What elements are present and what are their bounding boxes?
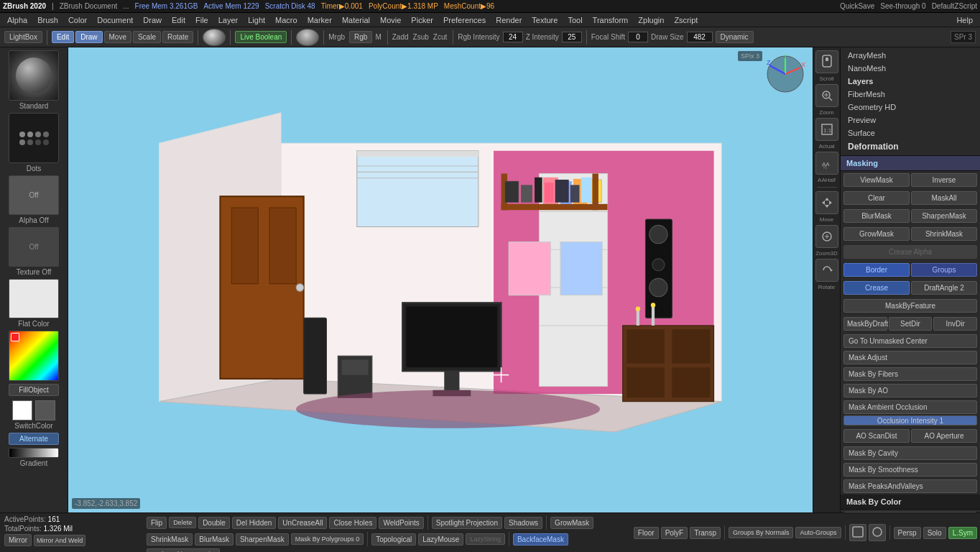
draft-angle-btn[interactable]: DraftAngle 2	[911, 281, 977, 295]
icon-btn1[interactable]	[849, 524, 866, 541]
help-label[interactable]: Help	[952, 14, 977, 26]
uncrease-all-btn[interactable]: UnCreaseAll	[278, 517, 327, 529]
mask-by-ao-btn[interactable]: Mask By AO	[843, 384, 977, 397]
mask-by-color-header[interactable]: Mask By Color	[841, 494, 980, 510]
dots-brush-preview[interactable]	[9, 113, 59, 163]
solo-btn[interactable]: Solo	[923, 527, 946, 539]
transp-btn[interactable]: Transp	[690, 527, 721, 539]
move-btn[interactable]: Move	[104, 31, 131, 43]
menu-render[interactable]: Render	[491, 14, 526, 26]
surface-item[interactable]: Surface	[843, 126, 977, 139]
crease-btn[interactable]: Crease	[843, 281, 910, 295]
backmasking-btn[interactable]: BackMasking Intensity	[147, 548, 220, 552]
scale-btn[interactable]: Scale	[133, 31, 161, 43]
del-hidden-btn[interactable]: Del Hidden	[232, 517, 276, 529]
by-color-btn[interactable]: By Color	[843, 512, 977, 512]
geometry-hd-item[interactable]: Geometry HD	[843, 101, 977, 114]
set-dir-btn[interactable]: SetDir	[889, 317, 933, 331]
menu-transform[interactable]: Transform	[588, 14, 633, 26]
texture-preview[interactable]: Off	[9, 227, 59, 267]
menu-color[interactable]: Color	[64, 14, 91, 26]
menu-alpha[interactable]: Alpha	[3, 14, 32, 26]
alternate-btn[interactable]: Alternate	[9, 433, 59, 445]
material-sphere-preview[interactable]	[296, 29, 319, 46]
grow-mask-btn[interactable]: GrowMask	[843, 227, 910, 241]
ao-scan-dist-btn[interactable]: AO ScanDist	[843, 429, 910, 443]
menu-light[interactable]: Light	[244, 14, 269, 26]
edit-btn[interactable]: Edit	[52, 31, 74, 43]
groups-btn[interactable]: Groups	[911, 263, 977, 277]
viewport[interactable]: X Y Z SPix 3 -3.852,-2.633,3.852	[68, 47, 813, 512]
mask-all-btn[interactable]: MaskAll	[911, 191, 977, 205]
move-view-btn[interactable]	[815, 191, 838, 214]
floor-btn[interactable]: Floor	[634, 527, 659, 539]
flip-btn[interactable]: Flip	[147, 517, 167, 529]
aahalf-btn[interactable]: AA ½	[815, 152, 838, 175]
preview-item[interactable]: Preview	[843, 114, 977, 126]
double-btn[interactable]: Double	[198, 517, 230, 529]
color-picker[interactable]	[9, 331, 59, 381]
zoom-btn[interactable]	[815, 84, 838, 107]
go-to-unmasked-btn[interactable]: Go To Unmasked Center	[843, 334, 977, 348]
fill-object-btn[interactable]: FillObject	[9, 384, 59, 396]
mirror-weld-btn[interactable]: Mirror And Weld	[34, 535, 85, 546]
quick-save[interactable]: QuickSave	[840, 2, 874, 10]
mask-peaks-btn[interactable]: Mask PeaksAndValleys	[843, 479, 977, 493]
menu-draw[interactable]: Draw	[139, 14, 166, 26]
spotlight-proj-btn[interactable]: Spotlight Projection	[432, 517, 502, 529]
mask-by-fibers-btn[interactable]: Mask By Fibers	[843, 367, 977, 381]
rgb-intensity-val[interactable]: 24	[503, 32, 523, 42]
spr-indicator[interactable]: SPr 3	[951, 31, 976, 43]
layers-item[interactable]: Layers	[843, 75, 977, 88]
menu-tool[interactable]: Tool	[563, 14, 586, 26]
deformation-item[interactable]: Deformation	[843, 139, 977, 154]
inv-dir-btn[interactable]: InvDir	[933, 317, 977, 331]
lsym-btn[interactable]: L.Sym	[948, 527, 977, 539]
lazy-string-btn[interactable]: LazyString	[466, 533, 505, 545]
default-zscript[interactable]: DefaultZScript	[932, 2, 977, 10]
nano-mesh-item[interactable]: NanoMesh	[843, 62, 977, 75]
close-holes-btn[interactable]: Close Holes	[329, 517, 376, 529]
lazy-mouse-btn[interactable]: LazyMouse	[418, 533, 463, 546]
groups-by-normals-btn[interactable]: Groups By Normals	[729, 527, 794, 538]
menu-texture[interactable]: Texture	[527, 14, 562, 26]
mask-adjust-btn[interactable]: Mask Adjust	[843, 351, 977, 364]
backface-mask-btn[interactable]: BackfaceMask	[513, 533, 568, 546]
foreground-color[interactable]	[12, 400, 32, 420]
dynamic-btn[interactable]: Dynamic	[716, 31, 754, 43]
occlusion-intensity-slider[interactable]: Occlusion Intensity 1	[843, 415, 977, 426]
scroll-btn[interactable]	[815, 50, 838, 73]
delete-btn[interactable]: Delete	[169, 517, 196, 528]
mask-by-smoothness-btn[interactable]: Mask By Smoothness	[843, 463, 977, 477]
flat-color-preview[interactable]	[9, 279, 59, 318]
topological-btn[interactable]: Topological	[371, 533, 416, 546]
menu-edit[interactable]: Edit	[167, 14, 190, 26]
mask-by-draft-btn[interactable]: MaskByDraft	[843, 317, 887, 331]
mask-by-feature-btn[interactable]: MaskByFeature	[843, 299, 977, 313]
menu-movie[interactable]: Movie	[376, 14, 405, 26]
border-btn[interactable]: Border	[843, 263, 910, 277]
menu-zplugin[interactable]: Zplugin	[634, 14, 668, 26]
menu-document[interactable]: Document	[93, 14, 137, 26]
menu-layer[interactable]: Layer	[214, 14, 243, 26]
mirror-btn[interactable]: Mirror	[4, 534, 32, 546]
sharpen-mask-btn[interactable]: SharpenMask	[911, 209, 977, 223]
ao-aperture-btn[interactable]: AO Aperture	[911, 429, 977, 443]
gradient-btn[interactable]	[9, 448, 59, 458]
polyf-btn[interactable]: PolyF	[661, 527, 688, 539]
masking-header[interactable]: Masking	[841, 156, 980, 171]
persp-btn[interactable]: Persp	[894, 527, 921, 539]
blur-mask-btn[interactable]: BlurMask	[843, 209, 910, 223]
rotate-btn[interactable]: Rotate	[162, 31, 193, 43]
menu-preferences[interactable]: Preferences	[439, 14, 490, 26]
see-through[interactable]: See-through 0	[880, 2, 925, 10]
mask-by-polygroups-btn[interactable]: Mask By Polygroups 0	[291, 533, 364, 545]
draw-btn[interactable]: Draw	[75, 31, 102, 43]
sharpen-mask-bottom-btn[interactable]: SharpenMask	[236, 533, 289, 546]
view-mask-btn[interactable]: ViewMask	[843, 173, 910, 187]
brush-sphere-preview[interactable]	[203, 29, 226, 46]
rgb-btn[interactable]: Rgb	[349, 31, 372, 43]
background-color[interactable]	[35, 400, 55, 420]
menu-marker[interactable]: Marker	[303, 14, 336, 26]
clear-btn[interactable]: Clear	[843, 191, 910, 205]
